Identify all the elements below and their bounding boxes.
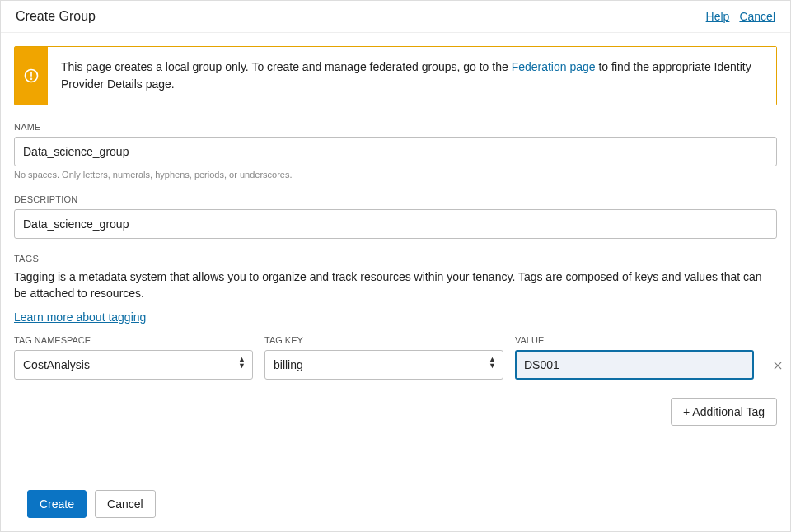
warning-icon	[15, 47, 48, 105]
cancel-link[interactable]: Cancel	[739, 10, 775, 23]
add-tag-button[interactable]: + Additional Tag	[671, 398, 777, 426]
chevron-updown-icon: ▲▼	[489, 356, 496, 369]
tag-namespace-label: TAG NAMESPACE	[14, 335, 253, 345]
tag-namespace-select[interactable]: CostAnalysis ▲▼	[14, 350, 253, 380]
chevron-updown-icon: ▲▼	[238, 356, 246, 369]
help-link[interactable]: Help	[706, 10, 730, 23]
tag-namespace-value: CostAnalysis	[23, 358, 90, 371]
alert-text-prefix: This page creates a local group only. To…	[61, 60, 512, 73]
tags-description: Tagging is a metadata system that allows…	[14, 268, 777, 302]
page-title: Create Group	[16, 9, 96, 24]
tag-value-label: VALUE	[515, 335, 754, 345]
tag-key-value: billing	[274, 358, 303, 371]
svg-point-2	[31, 78, 32, 79]
name-input[interactable]	[14, 137, 777, 166]
create-button[interactable]: Create	[27, 490, 87, 518]
tag-key-label: TAG KEY	[264, 335, 503, 345]
remove-tag-button[interactable]	[765, 350, 790, 381]
close-icon	[772, 360, 784, 371]
info-alert: This page creates a local group only. To…	[14, 46, 777, 105]
description-label: DESCRIPTION	[14, 194, 777, 204]
learn-more-link[interactable]: Learn more about tagging	[14, 310, 146, 324]
tag-value-input[interactable]	[515, 350, 754, 380]
cancel-button[interactable]: Cancel	[95, 490, 156, 518]
description-input[interactable]	[14, 209, 777, 239]
tag-key-select[interactable]: billing ▲▼	[264, 350, 503, 380]
alert-body: This page creates a local group only. To…	[48, 47, 776, 105]
titlebar: Create Group Help Cancel	[1, 1, 790, 33]
federation-link[interactable]: Federation page	[512, 60, 596, 73]
name-label: NAME	[14, 122, 777, 132]
name-hint: No spaces. Only letters, numerals, hyphe…	[14, 170, 777, 180]
tags-label: TAGS	[14, 254, 777, 264]
